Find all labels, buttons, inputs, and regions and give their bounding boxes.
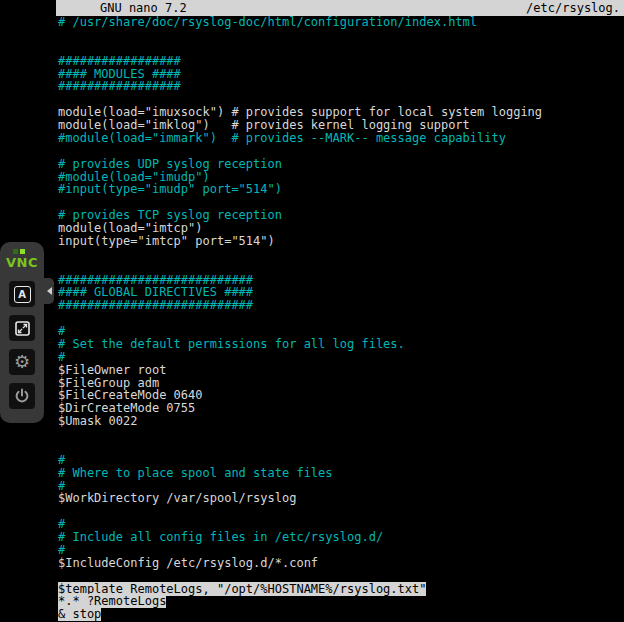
editor-line [58,441,624,454]
novnc-logo: VNC [6,249,38,270]
editor-line: #module(load="immark") # provides --MARK… [58,132,624,145]
editor-line: & stop [58,608,624,621]
nano-version-title: GNU nano 7.2 [100,0,187,16]
editor-line [58,312,624,325]
editor-line [58,428,624,441]
control-bar-handle[interactable] [44,278,54,304]
nano-titlebar: GNU nano 7.2 /etc/rsyslog. [56,0,624,16]
nano-terminal[interactable]: GNU nano 7.2 /etc/rsyslog. # /usr/share/… [56,0,624,622]
editor-line [58,248,624,261]
editor-buffer[interactable]: # /usr/share/doc/rsyslog-doc/html/config… [56,16,624,621]
control-bar-buttons: A ⚙ [9,281,35,409]
novnc-control-bar: VNC A ⚙ [0,242,44,423]
editor-line: $WorkDirectory /var/spool/rsyslog [58,492,624,505]
editor-line [58,29,624,42]
power-button[interactable] [9,383,35,409]
novnc-logo-text: VNC [6,255,38,270]
editor-line: # /usr/share/doc/rsyslog-doc/html/config… [58,16,624,29]
novnc-logo-dots [13,249,25,254]
editor-line: input(type="imtcp" port="514") [58,235,624,248]
editor-line: # Include all config files in /etc/rsysl… [58,531,624,544]
editor-line: ########################### [58,299,624,312]
editor-line: *.* ?RemoteLogs [58,595,624,608]
fullscreen-button[interactable] [9,315,35,341]
editor-line: # Where to place spool and state files [58,467,624,480]
editor-line: #input(type="imudp" port="514") [58,183,624,196]
fullscreen-icon [14,320,31,337]
editor-line: # Set the default permissions for all lo… [58,338,624,351]
keyboard-icon: A [14,286,31,303]
editor-line [58,505,624,518]
collapse-arrow-icon [47,287,52,295]
editor-line: $DirCreateMode 0755 [58,402,624,415]
gear-icon: ⚙ [14,353,30,371]
keyboard-button[interactable]: A [9,281,35,307]
editor-line: $Umask 0022 [58,415,624,428]
file-path: /etc/rsyslog. [526,0,620,16]
power-icon [14,388,30,404]
editor-line: $IncludeConfig /etc/rsyslog.d/*.conf [58,557,624,570]
settings-button[interactable]: ⚙ [9,349,35,375]
editor-line [58,570,624,583]
editor-line: ################# [58,80,624,93]
